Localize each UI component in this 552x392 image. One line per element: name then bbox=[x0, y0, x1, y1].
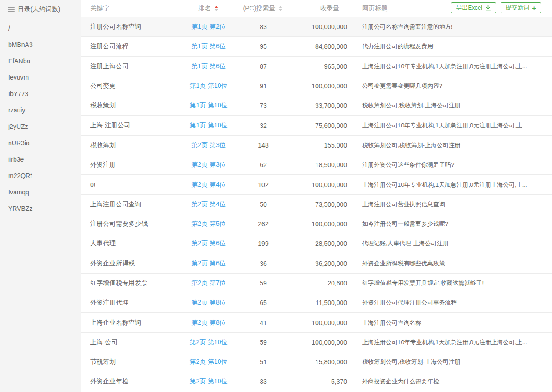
column-label-keyword: 关键字 bbox=[90, 5, 109, 13]
page-title-cell: 税收筹划公司,税收筹划-上海公司注册 bbox=[354, 358, 552, 366]
index-count-cell: 11,500,000 bbox=[291, 299, 354, 306]
rank-link[interactable]: 第2页 第6位 bbox=[191, 260, 225, 267]
page-title-cell: 代办注册公司的流程及费用! bbox=[354, 42, 552, 51]
search-volume-cell: 95 bbox=[236, 43, 291, 50]
keyword-cell: 节税筹划 bbox=[81, 358, 181, 366]
table-row: 人事代理第2页 第6位19928,500,000代理记账,人事代理-上海公司注册 bbox=[81, 234, 552, 254]
index-count-cell: 33,700,000 bbox=[291, 102, 354, 109]
column-label-page-title: 网页标题 bbox=[362, 5, 388, 13]
submit-new-words-button[interactable]: 提交新词 + bbox=[501, 2, 541, 13]
rank-cell: 第2页 第6位 bbox=[181, 260, 236, 268]
rank-link[interactable]: 第1页 第6位 bbox=[191, 62, 225, 70]
keyword-cell: 上海 公司 bbox=[81, 338, 181, 346]
keyword-cell: 上海注册公司查询 bbox=[81, 200, 181, 209]
table-row: 红字增值税专用发票第2页 第7位5920,600红字增值税专用发票开具规定,收藏… bbox=[81, 274, 552, 293]
sidebar-item[interactable]: m22QRf bbox=[0, 168, 81, 184]
index-count-cell: 84,800,000 bbox=[291, 43, 354, 50]
sort-icon-rank[interactable] bbox=[214, 5, 219, 12]
column-header-keyword: 关键字 bbox=[81, 5, 181, 13]
rank-cell: 第2页 第10位 bbox=[181, 377, 236, 386]
search-volume-cell: 62 bbox=[236, 161, 291, 168]
rank-link[interactable]: 第2页 第10位 bbox=[189, 358, 227, 365]
sidebar-item[interactable]: fevuvm bbox=[0, 69, 81, 86]
table-row: 节税筹划第2页 第10位5115,800,000税收筹划公司,税收筹划-上海公司… bbox=[81, 352, 552, 372]
keyword-table-body: 注册公司名称查询第1页 第2位83100,000,000注册公司名称查询需要注意… bbox=[81, 17, 552, 392]
sidebar-item[interactable]: / bbox=[0, 20, 81, 36]
keyword-cell: 外资注册代理 bbox=[81, 299, 181, 307]
sidebar-item[interactable]: YRVBZz bbox=[0, 200, 81, 217]
table-row: 注册上海公司第1页 第6位87965,000上海注册公司10年专业机构,1天加急… bbox=[81, 57, 552, 76]
page-title-cell: 外资注册公司代理注册公司事务流程 bbox=[354, 299, 552, 307]
column-header-search-volume[interactable]: (PC)搜索量 bbox=[236, 5, 291, 13]
sidebar-item[interactable]: EfANba bbox=[0, 53, 81, 69]
submit-new-words-label: 提交新词 bbox=[506, 4, 529, 12]
rank-cell: 第2页 第10位 bbox=[181, 358, 236, 366]
index-count-cell: 5,370 bbox=[291, 378, 354, 385]
keyword-cell: 税收筹划 bbox=[81, 141, 181, 149]
search-volume-cell: 87 bbox=[236, 63, 291, 70]
sidebar-item[interactable]: bMBnA3 bbox=[0, 36, 81, 53]
column-label-search-volume: (PC)搜索量 bbox=[243, 5, 276, 13]
rank-link[interactable]: 第2页 第3位 bbox=[191, 161, 225, 168]
rank-link[interactable]: 第2页 第8位 bbox=[191, 299, 225, 306]
rank-cell: 第2页 第6位 bbox=[181, 239, 236, 248]
rank-link[interactable]: 第2页 第8位 bbox=[191, 319, 225, 326]
search-volume-cell: 262 bbox=[236, 220, 291, 228]
keyword-cell: 0! bbox=[81, 181, 181, 188]
rank-cell: 第1页 第2位 bbox=[181, 23, 236, 31]
index-count-cell: 100,000,000 bbox=[291, 23, 354, 31]
sidebar-item[interactable]: Ivamqq bbox=[0, 184, 81, 200]
table-row: 外资企业年检第2页 第10位335,370外商投资企业为什么需要年检 bbox=[81, 372, 552, 392]
rank-link[interactable]: 第1页 第2位 bbox=[191, 23, 225, 30]
keyword-cell: 公司变更 bbox=[81, 82, 181, 90]
table-row: 税收策划第1页 第10位7333,700,000税收筹划公司,税收筹划-上海公司… bbox=[81, 96, 552, 116]
rank-cell: 第1页 第6位 bbox=[181, 62, 236, 71]
table-row: 注册公司名称查询第1页 第2位83100,000,000注册公司名称查询需要注意… bbox=[81, 17, 552, 37]
sidebar-title: 目录(大约词数) bbox=[18, 5, 60, 14]
rank-cell: 第2页 第4位 bbox=[181, 181, 236, 189]
search-volume-cell: 199 bbox=[236, 240, 291, 247]
rank-link[interactable]: 第2页 第10位 bbox=[189, 377, 227, 385]
table-row: 外资注册代理第2页 第8位6511,500,000外资注册公司代理注册公司事务流… bbox=[81, 293, 552, 313]
sidebar-item[interactable]: iirb3e bbox=[0, 151, 81, 168]
sort-icon-search-volume[interactable] bbox=[278, 5, 283, 12]
rank-link[interactable]: 第2页 第3位 bbox=[191, 141, 225, 148]
rank-link[interactable]: 第1页 第10位 bbox=[189, 122, 227, 129]
sidebar-item[interactable]: rzauiy bbox=[0, 102, 81, 118]
rank-cell: 第1页 第6位 bbox=[181, 42, 236, 51]
sidebar-item[interactable]: IbY773 bbox=[0, 86, 81, 102]
table-row: 上海 注册公司第1页 第10位3275,600,000上海注册公司10年专业机构… bbox=[81, 116, 552, 135]
keyword-cell: 外资注册 bbox=[81, 161, 181, 169]
search-volume-cell: 41 bbox=[236, 319, 291, 326]
main-content: 关键字 排名 (PC)搜索量 收录量 网页标题 bbox=[81, 0, 552, 392]
sidebar-item[interactable]: nUR3ia bbox=[0, 135, 81, 151]
table-row: 上海注册公司查询第2页 第4位5073,500,000上海注册公司营业执照信息查… bbox=[81, 195, 552, 214]
rank-link[interactable]: 第2页 第4位 bbox=[191, 200, 225, 208]
keyword-cell: 注册公司需要多少钱 bbox=[81, 220, 181, 228]
index-count-cell: 155,000 bbox=[291, 142, 354, 149]
page-title-cell: 代理记账,人事代理-上海公司注册 bbox=[354, 239, 552, 248]
app: 目录(大约词数) /bMBnA3EfANbafevuvmIbY773rzauiy… bbox=[0, 0, 552, 392]
search-volume-cell: 102 bbox=[236, 181, 291, 188]
page-title-cell: 如今注册公司一般需要多少钱呢? bbox=[354, 220, 552, 228]
sidebar-item[interactable]: j2yUZz bbox=[0, 118, 81, 135]
search-volume-cell: 83 bbox=[236, 23, 291, 31]
keyword-cell: 注册公司名称查询 bbox=[81, 23, 181, 31]
list-icon bbox=[8, 7, 15, 12]
index-count-cell: 20,600 bbox=[291, 280, 354, 287]
table-row: 外资企业所得税第2页 第6位3636,200,000外资企业所得税有哪些优惠政策 bbox=[81, 254, 552, 274]
page-title-cell: 注册公司名称查询需要注意的地方! bbox=[354, 23, 552, 31]
rank-link[interactable]: 第2页 第7位 bbox=[191, 279, 225, 286]
rank-link[interactable]: 第1页 第6位 bbox=[191, 42, 225, 50]
rank-link[interactable]: 第1页 第10位 bbox=[189, 82, 227, 89]
rank-link[interactable]: 第2页 第10位 bbox=[189, 338, 227, 346]
rank-link[interactable]: 第2页 第5位 bbox=[191, 220, 225, 227]
keyword-cell: 上海 注册公司 bbox=[81, 122, 181, 130]
index-count-cell: 100,000,000 bbox=[291, 339, 354, 346]
rank-link[interactable]: 第2页 第6位 bbox=[191, 239, 225, 247]
column-header-rank[interactable]: 排名 bbox=[181, 5, 236, 13]
export-excel-button[interactable]: 导出Excel bbox=[451, 2, 496, 13]
search-volume-cell: 36 bbox=[236, 260, 291, 267]
rank-link[interactable]: 第1页 第10位 bbox=[189, 102, 227, 109]
rank-link[interactable]: 第2页 第4位 bbox=[191, 181, 225, 188]
